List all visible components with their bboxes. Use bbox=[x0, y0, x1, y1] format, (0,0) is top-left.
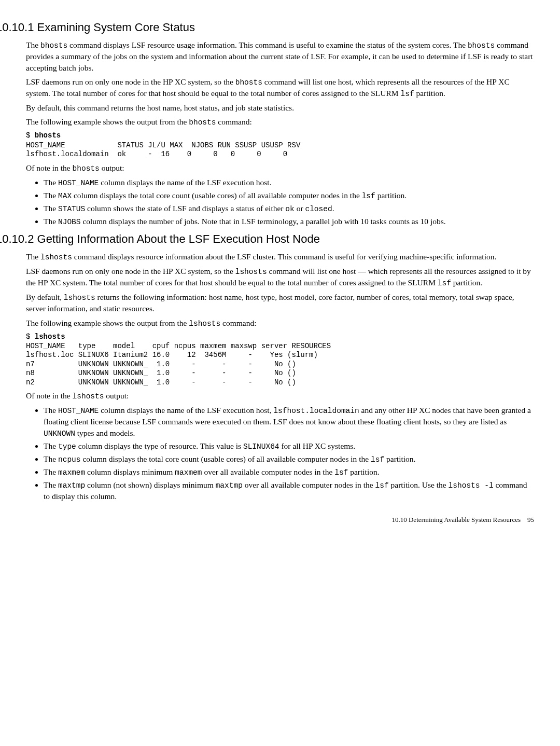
list-item: The NJOBS column displays the number of … bbox=[44, 216, 534, 227]
code-status: STATUS bbox=[58, 205, 85, 213]
text: column shows the state of LSF and displa… bbox=[85, 204, 285, 213]
paragraph: Of note in the bhosts output: bbox=[26, 162, 534, 174]
text: partition. bbox=[414, 89, 445, 98]
text: The bbox=[44, 454, 58, 463]
text: partition. bbox=[451, 278, 482, 287]
bhosts-output: HOST_NAME STATUS JL/U MAX NJOBS RUN SSUS… bbox=[26, 141, 534, 159]
code-bhosts: bhosts bbox=[189, 118, 216, 127]
code-bhosts: bhosts bbox=[235, 78, 262, 87]
text: column (not shown) displays minimum bbox=[85, 480, 215, 489]
list-item: The HOST_NAME column displays the name o… bbox=[44, 177, 534, 188]
text: The bbox=[44, 204, 58, 213]
command-lshosts: lshosts bbox=[35, 333, 65, 341]
prompt-dollar: $ bbox=[26, 333, 35, 341]
code-bhosts: bhosts bbox=[468, 42, 495, 50]
code-unknown: UNKNOWN bbox=[44, 430, 75, 438]
code-lsf: lsf bbox=[334, 468, 348, 477]
text: . bbox=[332, 204, 334, 213]
lshosts-output: HOST_NAME type model cpuf ncpus maxmem m… bbox=[26, 342, 534, 388]
prompt-dollar: $ bbox=[26, 131, 35, 140]
text: column displays the total core count (us… bbox=[81, 454, 371, 463]
section-heading-1: 10.10.1 Examining System Core Status bbox=[0, 20, 534, 35]
paragraph: Of note in the lshosts output: bbox=[26, 390, 534, 402]
code-maxtmp: maxtmp bbox=[58, 481, 85, 490]
code-lshosts: lshosts bbox=[73, 392, 104, 400]
text: By default, bbox=[26, 293, 64, 301]
paragraph: LSF daemons run on only one node in the … bbox=[26, 76, 534, 99]
list-item: The STATUS column shows the state of LSF… bbox=[44, 203, 534, 214]
lshosts-notes-list: The HOST_NAME column displays the name o… bbox=[26, 405, 534, 502]
text: for all HP XC systems. bbox=[279, 441, 356, 450]
text: The bbox=[44, 467, 58, 476]
text: column displays the total core count (us… bbox=[72, 191, 362, 200]
code-lshosts: lshosts bbox=[189, 320, 220, 328]
text: output: bbox=[104, 391, 129, 400]
code-max: MAX bbox=[58, 192, 72, 200]
list-item: The maxmem column displays minimum maxme… bbox=[44, 466, 534, 478]
text: command: bbox=[220, 319, 256, 327]
text: column displays the name of the LSF exec… bbox=[99, 178, 271, 187]
text: Of note in the bbox=[26, 163, 73, 172]
text: output: bbox=[100, 163, 124, 172]
page-footer: 10.10 Determining Available System Resou… bbox=[26, 515, 534, 524]
code-lsfhost-localdomain: lsfhost.localdomain bbox=[273, 407, 359, 415]
text: The bbox=[26, 40, 40, 49]
code-maxmem: maxmem bbox=[175, 468, 202, 477]
text: The bbox=[44, 480, 58, 489]
text: column displays the name of the LSF exec… bbox=[99, 406, 273, 415]
text: The following example shows the output f… bbox=[26, 319, 189, 327]
list-item: The maxtmp column (not shown) displays m… bbox=[44, 479, 534, 502]
text: The bbox=[44, 191, 58, 200]
command-bhosts: bhosts bbox=[35, 131, 61, 140]
code-ncpus: ncpus bbox=[58, 455, 81, 464]
section-heading-2: 10.10.2 Getting Information About the LS… bbox=[0, 231, 534, 247]
text: The following example shows the output f… bbox=[26, 117, 189, 126]
code-slinux64: SLINUX64 bbox=[243, 443, 279, 451]
code-lsf: lsf bbox=[375, 481, 389, 490]
text: column displays the number of jobs. Note… bbox=[81, 217, 446, 226]
footer-section: 10.10 Determining Available System Resou… bbox=[391, 516, 521, 523]
text: Of note in the bbox=[26, 391, 73, 400]
text: The bbox=[44, 406, 58, 415]
text: column displays minimum bbox=[85, 467, 175, 476]
code-type: type bbox=[58, 443, 76, 451]
paragraph: The lshosts command displays resource in… bbox=[26, 251, 534, 263]
text: partition. bbox=[384, 454, 415, 463]
code-lsf: lsf bbox=[400, 90, 414, 98]
bhosts-notes-list: The HOST_NAME column displays the name o… bbox=[26, 177, 534, 227]
code-maxtmp: maxtmp bbox=[216, 481, 243, 490]
text: partition. bbox=[375, 191, 407, 200]
code-host-name: HOST_NAME bbox=[58, 179, 99, 187]
list-item: The type column displays the type of res… bbox=[44, 440, 534, 452]
paragraph: The following example shows the output f… bbox=[26, 116, 534, 128]
text: partition. Use the bbox=[389, 480, 449, 489]
code-bhosts: bhosts bbox=[40, 42, 67, 50]
paragraph: The bhosts command displays LSF resource… bbox=[26, 39, 534, 73]
text: The bbox=[44, 441, 58, 450]
code-closed: closed bbox=[305, 205, 332, 213]
text: The bbox=[26, 252, 40, 261]
text: over all available computer nodes in the bbox=[243, 480, 375, 489]
paragraph: LSF daemons run on only one node in the … bbox=[26, 266, 534, 288]
text: over all available computer nodes in the bbox=[202, 467, 335, 476]
text: returns the following information: host … bbox=[26, 293, 514, 313]
code-njobs: NJOBS bbox=[58, 218, 81, 226]
code-lshosts-l: lshosts -l bbox=[449, 481, 494, 490]
command-prompt: $ lshosts bbox=[26, 332, 534, 342]
text: command: bbox=[216, 117, 251, 126]
code-lshosts: lshosts bbox=[40, 253, 72, 261]
code-lshosts: lshosts bbox=[235, 268, 267, 276]
text: LSF daemons run on only one node in the … bbox=[26, 77, 235, 86]
code-host-name: HOST_NAME bbox=[58, 407, 99, 415]
text: LSF daemons run on only one node in the … bbox=[26, 267, 235, 275]
code-lsf: lsf bbox=[371, 455, 384, 464]
list-item: The MAX column displays the total core c… bbox=[44, 190, 534, 201]
text: types and models. bbox=[75, 429, 135, 437]
code-lsf: lsf bbox=[438, 279, 451, 287]
text: The bbox=[44, 217, 58, 226]
code-lshosts: lshosts bbox=[64, 294, 95, 302]
command-prompt: $ bhosts bbox=[26, 131, 534, 141]
paragraph: The following example shows the output f… bbox=[26, 317, 534, 329]
text: or bbox=[295, 204, 305, 213]
paragraph: By default, this command returns the hos… bbox=[26, 102, 534, 113]
